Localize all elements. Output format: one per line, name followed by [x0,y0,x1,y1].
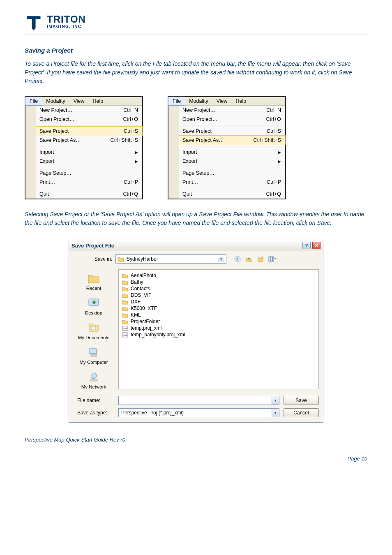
chevron-down-icon[interactable]: ▾ [218,256,224,262]
place-label: My Network [81,384,106,389]
menubar-modality[interactable]: Modality [42,97,69,105]
menu-item-new-project[interactable]: New Project…Ctrl+N [36,106,142,115]
menu-item-label: Open Project… [182,116,217,122]
documents-icon [87,321,100,334]
back-icon[interactable] [234,255,241,263]
place-my-documents[interactable]: My Documents [78,321,110,340]
menu-item-page-setup[interactable]: Page Setup… [36,169,142,178]
menu-item-new-project[interactable]: New Project…Ctrl+N [179,106,285,115]
footer-guide: Perspective Map Quick Start Guide Rev r0 [25,437,125,462]
menu-item-save-project-as[interactable]: Save Project As…Ctrl+Shift+S [36,136,142,145]
menubar-modality[interactable]: Modality [185,97,212,105]
menu-item-export[interactable]: Export▶ [179,157,285,166]
place-my-computer[interactable]: My Computer [79,346,108,365]
list-item[interactable]: xmltemp_bathyonly.proj_xml [122,331,315,338]
menu-item-label: Save Project [182,128,212,134]
svg-rect-8 [91,326,95,330]
menu-item-export[interactable]: Export▶ [36,157,142,166]
menu-item-save-project[interactable]: Save ProjectCtrl+S [36,126,143,136]
file-list[interactable]: AerialPhoto Bathy Contacts DDS_VIF DXF K… [118,269,319,389]
view-menu-icon[interactable] [268,255,276,263]
list-item[interactable]: DDS_VIF [122,292,315,298]
folder-icon [122,319,128,324]
list-item-label: DDS_VIF [131,292,152,298]
place-desktop[interactable]: Desktop [85,296,102,315]
recent-icon [87,272,100,285]
menu-item-print[interactable]: Print…Ctrl+P [179,178,285,187]
menu-item-label: Quit [182,191,192,197]
menu-item-label: Export [39,158,54,164]
list-item[interactable]: Bathy [122,279,315,285]
svg-text:xml: xml [123,334,127,336]
list-item[interactable]: KML [122,312,315,318]
xml-file-icon: xml [122,332,128,338]
menu-item-shortcut: Ctrl+N [266,107,281,113]
save-as-type-value[interactable] [119,409,272,417]
close-button[interactable]: ✕ [312,242,321,249]
para2-b: Save Project As [101,211,142,217]
list-item[interactable]: xmltemp.proj_xml [122,325,315,331]
paragraph-2: Selecting Save Project or the 'Save Proj… [25,210,367,227]
menu-item-label: Quit [39,191,49,197]
chevron-down-icon[interactable]: ▾ [272,396,279,405]
new-folder-icon[interactable] [257,255,264,263]
menu-item-label: Save Project As… [182,137,224,143]
place-label: My Computer [79,360,108,365]
help-button[interactable]: ? [302,242,311,249]
menu-item-save-project[interactable]: Save ProjectCtrl+S [179,127,285,136]
menu-item-page-setup[interactable]: Page Setup… [179,169,285,178]
place-my-network[interactable]: My Network [81,370,106,389]
menu-item-label: New Project… [182,107,215,113]
folder-icon [122,299,128,305]
list-item[interactable]: K5000_XTF [122,305,315,312]
chevron-down-icon[interactable]: ▾ [272,409,279,417]
menu-item-open-project[interactable]: Open Project…Ctrl+O [36,115,142,124]
computer-icon [87,346,100,359]
list-item-label: temp_bathyonly.proj_xml [131,332,185,338]
submenu-arrow-icon: ▶ [135,159,138,164]
list-item-label: temp.proj_xml [131,325,161,331]
menu-item-shortcut: Ctrl+S [124,128,138,134]
folder-icon [122,280,128,285]
menubar-help[interactable]: Help [232,97,251,105]
menu-item-import[interactable]: Import▶ [179,148,285,157]
list-item-label: Contacts [131,286,150,291]
menubar-view[interactable]: View [69,97,89,105]
folder-icon [122,312,128,318]
list-item[interactable]: DXF [122,298,315,305]
menu-item-label: Page Setup… [39,170,71,176]
footer-page-number: Page 10 [348,456,367,462]
save-button[interactable]: Save [284,396,319,405]
menu-item-print[interactable]: Print…Ctrl+P [36,178,142,187]
list-item[interactable]: Contacts [122,285,315,292]
svg-rect-10 [91,354,97,356]
filename-input-wrap[interactable]: ▾ [118,396,279,405]
up-one-level-icon[interactable] [245,255,253,263]
menubar-help[interactable]: Help [89,97,108,105]
menu-item-shortcut: Ctrl+N [123,107,138,113]
list-item[interactable]: ProjectFolder [122,318,315,325]
save-in-combo[interactable]: SydneyHarbor ▾ [115,254,226,264]
menu-item-save-project-as[interactable]: Save Project As…Ctrl+Shift+S [179,135,286,145]
para1-a: To save a Project file for the first tim… [25,60,338,67]
menu-item-shortcut: Ctrl+Shift+S [111,137,138,143]
places-bar: Recent Desktop My Documents My Computer [73,269,114,389]
menu-item-quit[interactable]: QuitCtrl+Q [36,190,142,199]
list-item[interactable]: AerialPhoto [122,272,315,279]
file-menu-save-project-as: File Modality View Help New Project…Ctrl… [168,96,286,199]
menubar-file[interactable]: File [168,97,185,106]
menu-item-label: New Project… [39,107,72,113]
folder-icon [122,286,128,291]
folder-icon [122,293,128,298]
menubar-file[interactable]: File [25,97,42,106]
menubar-view[interactable]: View [212,97,232,105]
save-as-type-combo[interactable]: ▾ [118,408,279,417]
menu-item-import[interactable]: Import▶ [36,148,142,157]
place-recent[interactable]: Recent [86,272,101,291]
svg-rect-9 [89,349,97,354]
filename-input[interactable] [119,396,272,405]
desktop-icon [87,296,100,310]
cancel-button[interactable]: Cancel [284,408,319,417]
menu-item-open-project[interactable]: Open Project…Ctrl+O [179,115,285,124]
menu-item-quit[interactable]: QuitCtrl+Q [179,190,285,199]
